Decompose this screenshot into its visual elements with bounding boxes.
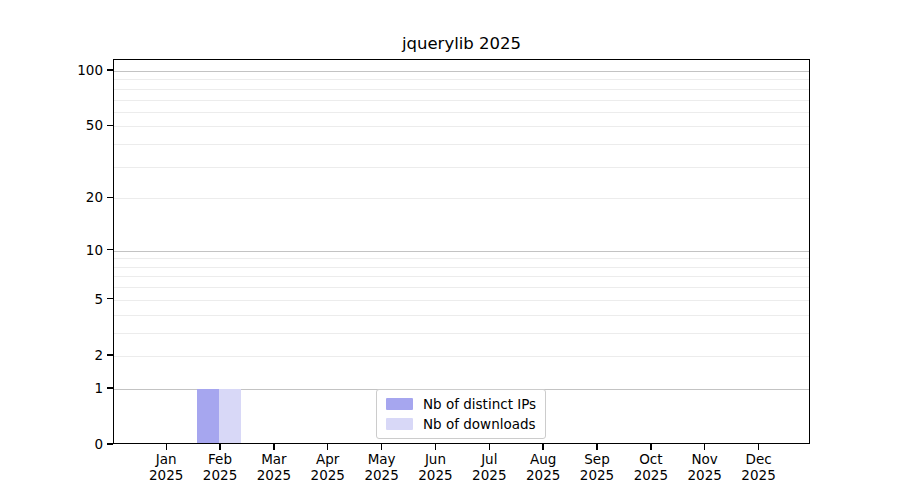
legend-swatch-downloads <box>386 418 413 430</box>
minor-gridline <box>114 126 809 127</box>
x-tick-month: Dec <box>727 452 791 468</box>
minor-gridline <box>114 356 809 357</box>
y-tick-label: 5 <box>0 291 103 307</box>
bar-distinct-ips <box>197 389 219 443</box>
minor-gridline <box>114 198 809 199</box>
minor-gridline <box>114 167 809 168</box>
x-tick-mark <box>327 444 328 450</box>
minor-gridline <box>114 258 809 259</box>
y-tick-label: 50 <box>0 117 103 133</box>
x-tick-mark <box>489 444 490 450</box>
minor-gridline <box>114 112 809 113</box>
y-tick-mark <box>107 387 113 388</box>
y-tick-mark <box>107 443 113 444</box>
legend-swatch-distinct-ips <box>386 398 413 410</box>
y-tick-label: 0 <box>0 436 103 452</box>
minor-gridline <box>114 276 809 277</box>
x-tick-mark <box>166 444 167 450</box>
minor-gridline <box>114 100 809 101</box>
y-tick-label: 20 <box>0 189 103 205</box>
y-tick-label: 2 <box>0 347 103 363</box>
major-gridline <box>114 71 809 72</box>
y-tick-mark <box>107 125 113 126</box>
y-tick-label: 100 <box>0 62 103 78</box>
y-tick-mark <box>107 354 113 355</box>
chart-figure: jquerylib 2025 Nb of distinct IPs Nb of … <box>0 0 900 500</box>
minor-gridline <box>114 300 809 301</box>
minor-gridline <box>114 89 809 90</box>
x-tick-mark <box>758 444 759 450</box>
x-tick-mark <box>596 444 597 450</box>
x-tick-year: 2025 <box>727 468 791 484</box>
minor-gridline <box>114 315 809 316</box>
legend-item-distinct-ips: Nb of distinct IPs <box>386 396 536 412</box>
minor-gridline <box>114 287 809 288</box>
chart-title: jquerylib 2025 <box>113 34 810 53</box>
bar-downloads <box>219 389 241 443</box>
y-tick-label: 10 <box>0 242 103 258</box>
minor-gridline <box>114 267 809 268</box>
x-tick-mark <box>704 444 705 450</box>
x-tick-mark <box>273 444 274 450</box>
major-gridline <box>114 251 809 252</box>
minor-gridline <box>114 144 809 145</box>
x-tick-mark <box>435 444 436 450</box>
y-tick-label: 1 <box>0 380 103 396</box>
minor-gridline <box>114 79 809 80</box>
x-tick-mark <box>219 444 220 450</box>
legend-item-downloads: Nb of downloads <box>386 416 536 432</box>
y-tick-mark <box>107 298 113 299</box>
y-tick-mark <box>107 249 113 250</box>
legend-label-downloads: Nb of downloads <box>423 416 536 432</box>
legend-label-distinct-ips: Nb of distinct IPs <box>423 396 536 412</box>
legend: Nb of distinct IPs Nb of downloads <box>376 389 546 439</box>
minor-gridline <box>114 333 809 334</box>
x-tick-label: Dec2025 <box>727 452 791 483</box>
y-tick-mark <box>107 69 113 70</box>
plot-area: Nb of distinct IPs Nb of downloads <box>113 59 810 444</box>
x-tick-mark <box>542 444 543 450</box>
x-tick-mark <box>381 444 382 450</box>
y-tick-mark <box>107 197 113 198</box>
x-tick-mark <box>650 444 651 450</box>
